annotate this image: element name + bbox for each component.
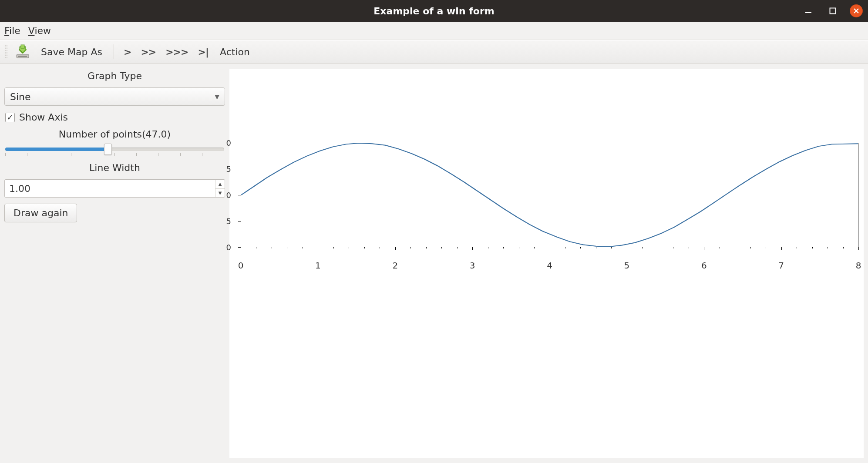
svg-rect-1 (830, 8, 836, 14)
menu-view[interactable]: View (28, 25, 51, 36)
action-button[interactable]: Action (216, 45, 253, 59)
points-label: Number of points(47.0) (4, 129, 225, 140)
step-fwd-2-button[interactable]: >> (139, 46, 158, 58)
line-series (241, 143, 858, 247)
line-width-input[interactable] (5, 180, 215, 197)
save-map-as-button[interactable]: Save Map As (37, 45, 106, 59)
control-panel: Graph Type Sine ▼ ✓ Show Axis Number of … (0, 64, 229, 463)
menu-file-rest: ile (9, 25, 20, 36)
slider-thumb[interactable] (104, 144, 112, 155)
menubar: File View (0, 22, 868, 40)
plot-box (241, 143, 858, 247)
points-slider[interactable] (5, 148, 224, 151)
graph-type-label: Graph Type (4, 70, 225, 81)
close-button[interactable] (850, 4, 863, 17)
maximize-button[interactable] (825, 3, 840, 18)
spin-down-icon[interactable]: ▼ (215, 189, 225, 198)
step-fwd-1-button[interactable]: > (122, 46, 133, 58)
x-tick-marks (241, 247, 858, 250)
svg-rect-6 (21, 45, 24, 48)
toolbar: Save Map As > >> >>> >| Action (0, 40, 868, 64)
toolbar-grip-icon (4, 44, 8, 59)
svg-rect-5 (18, 56, 27, 57)
minimize-button[interactable] (801, 3, 816, 18)
menu-view-rest: iew (34, 25, 51, 36)
spin-up-icon[interactable]: ▲ (215, 180, 225, 189)
window-title: Example of a win form (0, 6, 868, 17)
step-end-button[interactable]: >| (196, 46, 210, 58)
slider-ticks (5, 153, 224, 156)
step-fwd-3-button[interactable]: >>> (164, 46, 190, 58)
chevron-down-icon: ▼ (215, 93, 219, 100)
line-width-label: Line Width (4, 162, 225, 173)
draw-again-button[interactable]: Draw again (4, 204, 77, 222)
menu-file[interactable]: File (4, 25, 20, 36)
toolbar-separator (114, 44, 114, 59)
graph-type-select[interactable]: Sine ▼ (4, 87, 225, 106)
chart: 05050 012345678 (241, 143, 858, 247)
save-icon[interactable] (14, 43, 31, 60)
window-titlebar: Example of a win form (0, 0, 868, 22)
graph-type-value: Sine (10, 91, 31, 102)
line-width-spinner[interactable]: ▲ ▼ (4, 179, 225, 198)
plot-panel: 05050 012345678 (229, 69, 864, 458)
show-axis-checkbox[interactable]: ✓ (5, 113, 15, 122)
show-axis-label: Show Axis (19, 112, 68, 123)
